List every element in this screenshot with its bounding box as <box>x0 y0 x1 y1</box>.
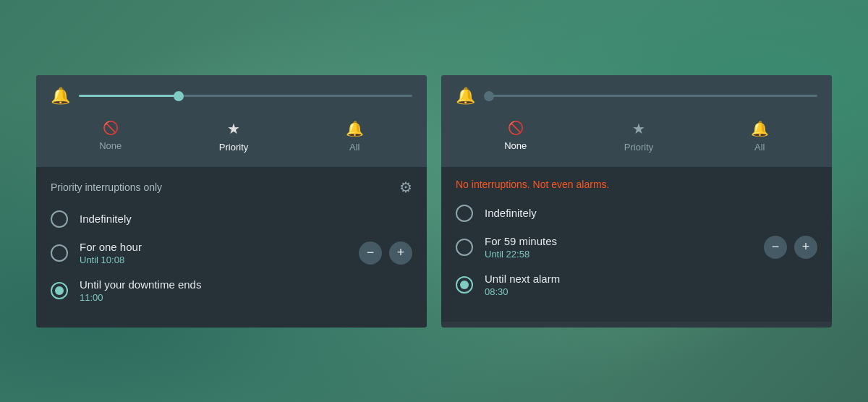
status-text-2: No interruptions. Not even alarms. <box>456 179 609 190</box>
mode-row-1: 🚫 None ★ Priority 🔔 All <box>51 117 412 161</box>
option-main-59min-2: For 59 minutes <box>485 235 752 247</box>
option-sub-downtime-1: 11:00 <box>80 292 412 303</box>
radio-downtime-1[interactable] <box>51 282 68 299</box>
slider-thumb-1[interactable] <box>174 91 184 101</box>
none-icon-1: 🚫 <box>103 120 119 136</box>
option-main-indefinitely-2: Indefinitely <box>485 207 817 219</box>
slider-thumb-2[interactable] <box>484 91 494 101</box>
mode-all-label-2: All <box>754 142 765 153</box>
slider-fill-1 <box>79 95 179 97</box>
status-row-1: Priority interruptions only ⚙ <box>51 179 412 196</box>
mode-priority-label-1: Priority <box>219 142 248 153</box>
option-row-indefinitely-2: Indefinitely <box>456 205 817 222</box>
mode-none-label-2: None <box>504 140 527 151</box>
option-row-downtime-1: Until your downtime ends 11:00 <box>51 278 412 303</box>
mode-priority-2[interactable]: ★ Priority <box>613 117 665 155</box>
panels-container: 🔔 🚫 None ★ Priority 🔔 All <box>36 75 832 328</box>
option-sub-alarm-2: 08:30 <box>485 286 817 297</box>
radio-indefinitely-2[interactable] <box>456 205 473 222</box>
option-text-indefinitely-1: Indefinitely <box>80 213 412 225</box>
plus-button-1[interactable]: + <box>389 241 412 265</box>
volume-slider-1[interactable] <box>79 95 412 97</box>
radio-inner-alarm-2 <box>460 281 469 289</box>
mode-all-2[interactable]: 🔔 All <box>739 117 780 155</box>
mode-priority-label-2: Priority <box>624 142 653 153</box>
panel-top-1: 🔔 🚫 None ★ Priority 🔔 All <box>36 75 427 167</box>
option-row-alarm-2: Until next alarm 08:30 <box>456 273 817 297</box>
mode-priority-1[interactable]: ★ Priority <box>208 117 260 155</box>
none-icon-2: 🚫 <box>508 120 524 136</box>
option-row-indefinitely-1: Indefinitely <box>51 210 412 228</box>
bell-icon-1: 🔔 <box>51 87 70 106</box>
panel-priority: 🔔 🚫 None ★ Priority 🔔 All <box>36 75 427 328</box>
all-icon-2: 🔔 <box>751 120 769 137</box>
status-row-2: No interruptions. Not even alarms. <box>456 179 817 190</box>
mode-none-1[interactable]: 🚫 None <box>88 117 133 155</box>
stepper-row-2: − + <box>764 236 817 259</box>
all-icon-1: 🔔 <box>346 120 364 137</box>
priority-icon-2: ★ <box>632 120 645 137</box>
option-text-indefinitely-2: Indefinitely <box>485 207 817 219</box>
option-main-alarm-2: Until next alarm <box>485 273 817 285</box>
radio-hour-1[interactable] <box>51 244 68 262</box>
panel-top-2: 🔔 🚫 None ★ Priority 🔔 All <box>441 75 832 167</box>
panel-bottom-2: No interruptions. Not even alarms. Indef… <box>441 167 832 322</box>
volume-row-1: 🔔 <box>51 87 412 106</box>
option-text-downtime-1: Until your downtime ends 11:00 <box>80 278 412 303</box>
gear-icon-1[interactable]: ⚙ <box>399 179 412 196</box>
mode-none-2[interactable]: 🚫 None <box>493 117 538 155</box>
bell-icon-2: 🔔 <box>456 87 475 106</box>
option-row-hour-1: For one hour Until 10:08 − + <box>51 241 412 265</box>
stepper-row-1: − + <box>359 241 412 265</box>
status-text-1: Priority interruptions only <box>51 181 162 193</box>
panel-bottom-1: Priority interruptions only ⚙ Indefinite… <box>36 167 427 328</box>
radio-alarm-2[interactable] <box>456 276 473 294</box>
radio-59min-2[interactable] <box>456 239 473 256</box>
panel-none: 🔔 🚫 None ★ Priority 🔔 All <box>441 75 832 328</box>
radio-inner-downtime-1 <box>55 286 64 295</box>
volume-slider-2[interactable] <box>484 95 817 97</box>
mode-all-1[interactable]: 🔔 All <box>334 117 375 155</box>
radio-indefinitely-1[interactable] <box>51 210 68 228</box>
minus-button-2[interactable]: − <box>764 236 787 259</box>
mode-all-label-1: All <box>349 142 359 153</box>
volume-row-2: 🔔 <box>456 87 817 106</box>
plus-button-2[interactable]: + <box>794 236 817 259</box>
mode-none-label-1: None <box>99 140 122 151</box>
option-row-59min-2: For 59 minutes Until 22:58 − + <box>456 235 817 260</box>
option-text-59min-2: For 59 minutes Until 22:58 <box>485 235 752 260</box>
option-main-indefinitely-1: Indefinitely <box>80 213 412 225</box>
option-sub-59min-2: Until 22:58 <box>485 249 752 260</box>
option-main-downtime-1: Until your downtime ends <box>80 278 412 291</box>
option-sub-hour-1: Until 10:08 <box>80 255 347 265</box>
priority-icon-1: ★ <box>227 120 240 137</box>
mode-row-2: 🚫 None ★ Priority 🔔 All <box>456 117 817 161</box>
option-text-hour-1: For one hour Until 10:08 <box>80 241 347 265</box>
option-main-hour-1: For one hour <box>80 241 347 253</box>
option-text-alarm-2: Until next alarm 08:30 <box>485 273 817 297</box>
minus-button-1[interactable]: − <box>359 241 382 265</box>
